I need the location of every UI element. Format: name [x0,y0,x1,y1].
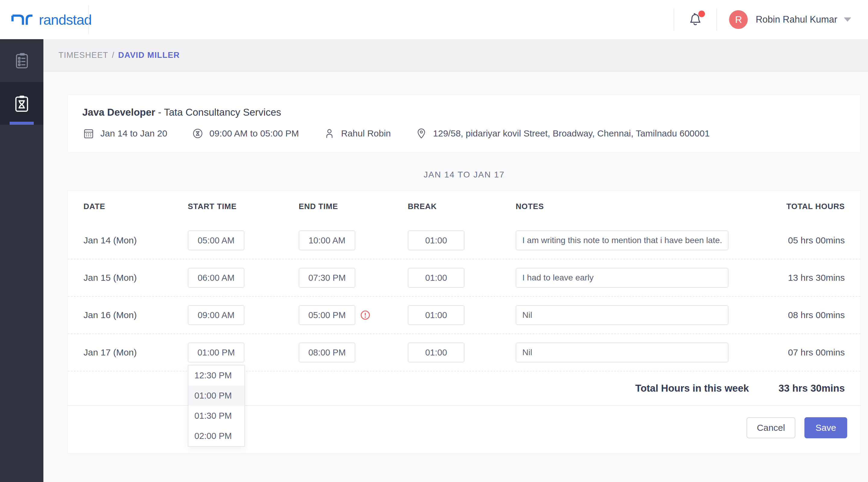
timesheet-panel: DATE START TIME END TIME BREAK NOTES TOT… [67,190,861,453]
notes-input[interactable] [516,230,728,250]
col-header-end-time: END TIME [299,202,408,211]
notes-input[interactable] [516,268,728,288]
table-row: Jan 14 (Mon) 05 hrs 00mins [68,222,861,259]
break-input[interactable] [408,268,464,288]
end-time-input[interactable] [299,230,355,250]
user-name: Robin Rahul Kumar [755,14,837,25]
notifications-button[interactable] [687,12,703,27]
table-row: Jan 15 (Mon) 13 hrs 30mins [68,259,861,297]
weekly-total-label: Total Hours in this week [635,383,749,394]
start-time-dropdown: 12:30 PM 01:00 PM 01:30 PM 02:00 PM [188,365,245,447]
row-total-hours: 05 hrs 00mins [739,235,845,246]
job-title-separator: - [155,107,164,118]
job-contact: Rahul Robin [323,127,391,140]
weekly-total-value: 33 hrs 30mins [778,383,845,394]
row-total-hours: 07 hrs 00mins [739,347,845,358]
job-title: Java Developer - Tata Consultancy Servic… [82,107,846,118]
job-work-hours: 09:00 AM to 05:00 PM [191,127,299,140]
active-nav-indicator [10,122,34,125]
col-header-break: BREAK [408,202,516,211]
brand-name: randstad [39,11,92,28]
dropdown-option[interactable]: 02:00 PM [188,426,244,446]
top-header: randstad R Robin Rahul Kumar [0,0,868,39]
job-card: Java Developer - Tata Consultancy Servic… [67,94,861,153]
main-area: TIMESHEET / DAVID MILLER Java Developer … [43,39,868,482]
break-input[interactable] [408,230,464,250]
brand-logo[interactable]: randstad [10,11,92,28]
notes-input[interactable] [516,305,728,325]
start-time-input[interactable] [188,305,244,325]
dropdown-option[interactable]: 12:30 PM [188,365,244,386]
col-header-total-hours: TOTAL HOURS [739,202,845,211]
col-header-date: DATE [84,202,188,211]
randstad-logo-icon [10,12,34,28]
chevron-down-icon [844,18,851,22]
row-date: Jan 14 (Mon) [84,235,188,246]
col-header-start-time: START TIME [188,202,299,211]
header-divider [88,5,89,34]
job-work-hours-text: 09:00 AM to 05:00 PM [210,128,299,138]
breadcrumb-current: DAVID MILLER [118,51,180,60]
job-company: Tata Consultancy Services [164,107,281,118]
job-role: Java Developer [82,107,155,118]
job-address: 129/58, pidariyar kovil Street, Broadway… [415,127,710,140]
job-address-text: 129/58, pidariyar kovil Street, Broadway… [433,128,710,138]
job-contact-text: Rahul Robin [341,128,391,138]
header-divider [716,8,717,31]
start-time-input[interactable] [188,230,244,250]
breadcrumb-timesheet[interactable]: TIMESHEET [59,51,108,60]
start-time-input[interactable] [188,268,244,288]
row-date: Jan 15 (Mon) [84,272,188,283]
form-actions: Cancel Save [68,405,861,454]
row-date: Jan 17 (Mon) [84,347,188,358]
end-time-input[interactable] [299,343,355,362]
user-menu[interactable]: R Robin Rahul Kumar [729,10,851,29]
location-pin-icon [415,127,428,140]
job-date-range: Jan 14 to Jan 20 [82,127,167,140]
header-right: R Robin Rahul Kumar [674,8,868,31]
calendar-icon [82,127,95,140]
table-row: Jan 16 (Mon) 08 [68,297,861,334]
cancel-button[interactable]: Cancel [747,417,795,438]
notification-badge-dot [698,10,705,17]
week-range-label: JAN 14 TO JAN 17 [67,170,861,180]
table-header-row: DATE START TIME END TIME BREAK NOTES TOT… [68,191,861,222]
end-time-warning[interactable] [360,310,370,320]
notes-input[interactable] [516,343,728,362]
person-icon [323,127,336,140]
row-total-hours: 08 hrs 00mins [739,310,845,320]
app-root: randstad R Robin Rahul Kumar [0,0,868,482]
sidebar-item-timesheet[interactable] [0,82,43,125]
breadcrumb-separator: / [112,51,115,60]
row-total-hours: 13 hrs 30mins [739,272,845,283]
save-button[interactable]: Save [804,417,847,438]
break-input[interactable] [408,305,464,325]
job-meta: Jan 14 to Jan 20 09:00 AM to 05:00 PM [82,127,846,140]
hourglass-circle-icon [191,127,204,140]
col-header-notes: NOTES [516,202,739,211]
end-time-input[interactable] [299,268,355,288]
header-divider [674,8,674,31]
avatar: R [729,10,748,29]
table-row: Jan 17 (Mon) 07 hrs 00mins [68,334,861,372]
timesheet-hourglass-icon [12,93,32,113]
break-input[interactable] [408,343,464,362]
clipboard-list-icon [12,51,31,70]
page-content: Java Developer - Tata Consultancy Servic… [43,72,868,453]
sidebar [0,39,43,482]
dropdown-option-highlighted[interactable]: 01:00 PM [188,386,244,406]
end-time-input[interactable] [299,305,355,325]
breadcrumb: TIMESHEET / DAVID MILLER [43,39,868,72]
weekly-total-row: Total Hours in this week 33 hrs 30mins [68,372,861,405]
row-date: Jan 16 (Mon) [84,310,188,320]
alert-circle-icon [360,310,370,320]
start-time-input[interactable] [188,343,244,362]
sidebar-item-jobs[interactable] [0,39,43,82]
job-date-range-text: Jan 14 to Jan 20 [100,128,167,138]
dropdown-option[interactable]: 01:30 PM [188,406,244,426]
